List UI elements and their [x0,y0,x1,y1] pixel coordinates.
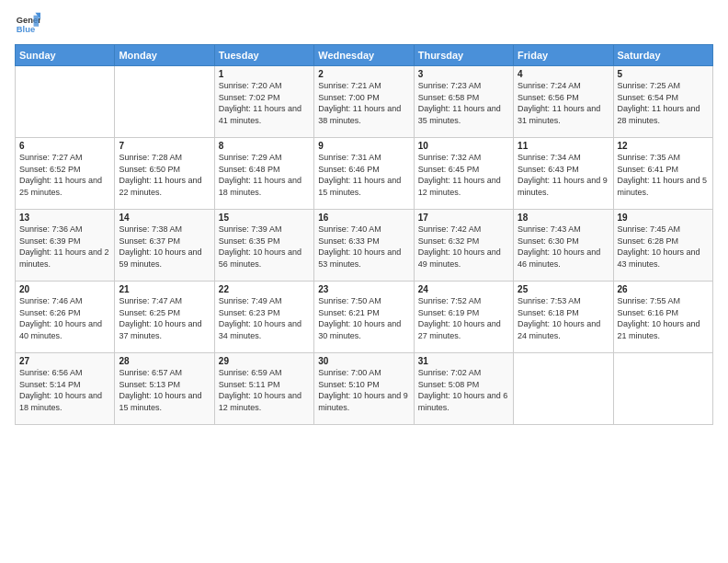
week-row-5: 27 Sunrise: 6:56 AM Sunset: 5:14 PM Dayl… [16,353,713,425]
daylight: Daylight: 11 hours and 25 minutes. [19,176,102,197]
sunrise: Sunrise: 6:56 AM [19,368,83,377]
day-number: 10 [418,141,509,151]
sunset: Sunset: 6:18 PM [518,308,579,317]
day-info: Sunrise: 7:52 AM Sunset: 6:19 PM Dayligh… [418,295,509,341]
sunset: Sunset: 6:30 PM [518,236,579,246]
day-cell: 30 Sunrise: 7:00 AM Sunset: 5:10 PM Dayl… [314,353,414,425]
sunrise: Sunrise: 7:23 AM [418,81,482,90]
daylight: Daylight: 10 hours and 27 minutes. [418,319,501,340]
day-number: 19 [618,213,709,223]
day-number: 16 [318,213,409,223]
day-cell: 31 Sunrise: 7:02 AM Sunset: 5:08 PM Dayl… [414,353,513,425]
sunrise: Sunrise: 6:59 AM [219,368,282,377]
day-cell: 1 Sunrise: 7:20 AM Sunset: 7:02 PM Dayli… [214,66,313,138]
day-cell: 5 Sunrise: 7:25 AM Sunset: 6:54 PM Dayli… [613,66,712,138]
daylight: Daylight: 11 hours and 41 minutes. [219,104,301,125]
header-day-thursday: Thursday [414,45,513,66]
day-number: 5 [618,69,709,79]
day-cell: 24 Sunrise: 7:52 AM Sunset: 6:19 PM Dayl… [414,282,513,353]
daylight: Daylight: 11 hours and 35 minutes. [418,104,501,125]
day-cell: 27 Sunrise: 6:56 AM Sunset: 5:14 PM Dayl… [16,353,115,425]
sunrise: Sunrise: 7:50 AM [318,296,381,305]
daylight: Daylight: 11 hours and 38 minutes. [318,104,401,125]
header-day-monday: Monday [115,45,214,66]
sunrise: Sunrise: 7:38 AM [119,224,182,234]
daylight: Daylight: 10 hours and 40 minutes. [19,319,102,340]
sunrise: Sunrise: 7:45 AM [618,224,681,234]
day-info: Sunrise: 7:31 AM Sunset: 6:46 PM Dayligh… [318,152,409,198]
day-cell: 15 Sunrise: 7:39 AM Sunset: 6:35 PM Dayl… [214,210,313,282]
day-cell: 23 Sunrise: 7:50 AM Sunset: 6:21 PM Dayl… [314,282,414,353]
daylight: Daylight: 10 hours and 24 minutes. [518,319,600,340]
day-info: Sunrise: 7:00 AM Sunset: 5:10 PM Dayligh… [318,367,409,413]
sunset: Sunset: 6:50 PM [119,165,180,174]
day-number: 23 [318,284,409,294]
week-row-4: 20 Sunrise: 7:46 AM Sunset: 6:26 PM Dayl… [16,282,713,353]
svg-text:Blue: Blue [17,25,35,34]
day-cell: 22 Sunrise: 7:49 AM Sunset: 6:23 PM Dayl… [214,282,313,353]
day-info: Sunrise: 7:23 AM Sunset: 6:58 PM Dayligh… [418,80,509,126]
sunrise: Sunrise: 7:40 AM [318,224,381,234]
day-number: 28 [119,356,210,366]
sunrise: Sunrise: 7:31 AM [318,153,381,162]
sunset: Sunset: 6:25 PM [119,308,180,317]
daylight: Daylight: 10 hours and 49 minutes. [418,247,501,269]
day-number: 8 [219,141,310,151]
day-number: 30 [318,356,409,366]
day-number: 15 [219,213,310,223]
day-number: 21 [119,284,210,294]
day-info: Sunrise: 7:02 AM Sunset: 5:08 PM Dayligh… [418,367,509,413]
daylight: Daylight: 11 hours and 28 minutes. [618,104,700,125]
sunrise: Sunrise: 7:27 AM [19,153,83,162]
sunset: Sunset: 6:58 PM [418,93,480,102]
sunrise: Sunrise: 7:28 AM [119,153,182,162]
daylight: Daylight: 11 hours and 31 minutes. [518,104,600,125]
day-cell: 12 Sunrise: 7:35 AM Sunset: 6:41 PM Dayl… [613,138,712,210]
day-info: Sunrise: 7:27 AM Sunset: 6:52 PM Dayligh… [19,152,110,198]
daylight: Daylight: 10 hours and 53 minutes. [318,247,401,269]
week-row-3: 13 Sunrise: 7:36 AM Sunset: 6:39 PM Dayl… [16,210,713,282]
day-info: Sunrise: 7:21 AM Sunset: 7:00 PM Dayligh… [318,80,409,126]
sunrise: Sunrise: 7:49 AM [219,296,282,305]
sunrise: Sunrise: 7:29 AM [219,153,282,162]
svg-marker-2 [34,16,40,27]
day-number: 2 [318,69,409,79]
sunset: Sunset: 5:13 PM [119,380,180,389]
daylight: Daylight: 10 hours and 30 minutes. [318,319,401,340]
sunset: Sunset: 5:11 PM [219,380,280,389]
day-number: 6 [19,141,110,151]
day-info: Sunrise: 7:34 AM Sunset: 6:43 PM Dayligh… [518,152,609,198]
day-number: 22 [219,284,310,294]
sunrise: Sunrise: 7:43 AM [518,224,581,234]
daylight: Daylight: 11 hours and 9 minutes. [518,176,608,197]
day-info: Sunrise: 7:43 AM Sunset: 6:30 PM Dayligh… [518,224,609,270]
daylight: Daylight: 10 hours and 56 minutes. [219,247,301,269]
header-day-saturday: Saturday [613,45,712,66]
day-cell: 20 Sunrise: 7:46 AM Sunset: 6:26 PM Dayl… [16,282,115,353]
day-number: 3 [418,69,509,79]
day-number: 25 [518,284,609,294]
sunset: Sunset: 6:46 PM [318,165,380,174]
day-info: Sunrise: 7:40 AM Sunset: 6:33 PM Dayligh… [318,224,409,270]
sunset: Sunset: 6:56 PM [518,93,579,102]
sunrise: Sunrise: 7:00 AM [318,368,381,377]
sunrise: Sunrise: 7:21 AM [318,81,381,90]
calendar-page: General Blue SundayMondayTuesdayWednesda… [0,0,728,563]
sunset: Sunset: 6:23 PM [219,308,280,317]
sunset: Sunset: 6:26 PM [19,308,81,317]
day-number: 17 [418,213,509,223]
sunrise: Sunrise: 7:46 AM [19,296,83,305]
day-cell: 19 Sunrise: 7:45 AM Sunset: 6:28 PM Dayl… [613,210,712,282]
day-number: 13 [19,213,110,223]
sunrise: Sunrise: 7:02 AM [418,368,482,377]
day-cell: 16 Sunrise: 7:40 AM Sunset: 6:33 PM Dayl… [314,210,414,282]
week-row-1: 1 Sunrise: 7:20 AM Sunset: 7:02 PM Dayli… [16,66,713,138]
sunrise: Sunrise: 7:53 AM [518,296,581,305]
day-cell: 6 Sunrise: 7:27 AM Sunset: 6:52 PM Dayli… [16,138,115,210]
sunrise: Sunrise: 7:24 AM [518,81,581,90]
day-cell: 8 Sunrise: 7:29 AM Sunset: 6:48 PM Dayli… [214,138,313,210]
day-cell: 18 Sunrise: 7:43 AM Sunset: 6:30 PM Dayl… [514,210,613,282]
sunrise: Sunrise: 6:57 AM [119,368,182,377]
sunset: Sunset: 6:43 PM [518,165,579,174]
sunset: Sunset: 6:16 PM [618,308,679,317]
